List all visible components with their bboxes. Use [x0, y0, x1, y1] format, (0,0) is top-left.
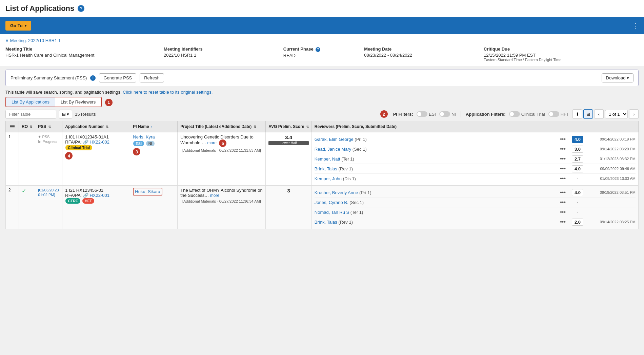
meeting-phase-col: Current Phase ? READ — [283, 46, 361, 62]
more-link-1[interactable]: more — [207, 141, 217, 145]
reset-table-link[interactable]: Click here to reset table to its origina… — [123, 90, 213, 95]
project-title-2: The Effect of OHMY Alcohol Syndrome on t… — [178, 186, 266, 229]
reviewer-row: Brink, Talas (Rev 1) ••• 2.0 09/14/2022 … — [315, 217, 636, 227]
reviewer-name[interactable]: Krucher, Beverly Anne (Pri 1) — [315, 190, 557, 195]
meeting-title-value: HSR-1 Health Care and Clinical Managemen… — [5, 53, 160, 58]
column-toggle-button[interactable]: ⊞ ▾ — [59, 110, 72, 119]
menu-icon[interactable] — [8, 124, 16, 130]
reviewer-name[interactable]: Brink, Talas (Rev 1) — [315, 166, 557, 171]
meeting-identifiers-col: Meeting Identifiers 2022/10 HSR1 1 — [164, 46, 280, 62]
hft-filter-toggle[interactable]: HFT — [548, 111, 569, 117]
annotation-2: 2 — [380, 110, 388, 118]
reviewer-dots-button[interactable]: ••• — [559, 135, 567, 143]
row-num-2: 2 — [6, 186, 19, 229]
page-help-icon[interactable]: ? — [78, 5, 84, 12]
reviewer-dots-button[interactable]: ••• — [559, 145, 567, 153]
lower-half-badge-1: Lower Half — [268, 141, 309, 145]
rfa-link-2[interactable]: 🔗 HX22-001 — [83, 193, 109, 198]
reviewer-score: 4.0 — [572, 136, 583, 143]
generate-pss-button[interactable]: Generate PSS — [99, 73, 136, 82]
meeting-toggle[interactable]: ∨ Meeting: 2022/10 HSR1 1 — [5, 38, 639, 43]
prev-page-button[interactable]: ‹ — [594, 109, 604, 119]
reviewer-date: 09/09/2022 09:49 AM — [588, 167, 636, 171]
th-project-title: Project Title (Latest eAdditions Date) ⇅ — [178, 121, 266, 132]
reviewer-score: 4.0 — [572, 165, 583, 172]
filter-table-input[interactable] — [5, 110, 56, 119]
reviewer-name[interactable]: Kemper, John (Dis 1) — [315, 176, 557, 181]
reviewer-name[interactable]: Jones, Cyrano B. (Sec 1) — [315, 200, 557, 205]
results-count: 15 Results — [75, 112, 96, 117]
clinical-trial-filter-toggle[interactable]: Clinical Trial — [509, 111, 545, 117]
reviewer-score: 2.7 — [572, 155, 583, 163]
filter-bar-left: ⊞ ▾ 15 Results — [5, 110, 96, 119]
pss-help-icon[interactable]: i — [90, 75, 96, 81]
table-settings-note: This table will save search, sorting, an… — [5, 90, 639, 95]
app-filters-label: Application Filters: — [466, 112, 506, 117]
reviewer-name[interactable]: Nomad, Tan Ru S (Ter 1) — [315, 210, 557, 215]
reviewer-row: Garak, Elim George (Pri 1) ••• 4.0 09/14… — [315, 134, 636, 144]
page-select[interactable]: 1 of 1 — [605, 110, 628, 118]
pi-link-2[interactable]: Huku, Sikara — [135, 189, 160, 194]
reviewer-date: 09/14/2022 03:19 PM — [588, 137, 636, 141]
pss-1: ✦ PSSIn-Progress — [35, 132, 62, 186]
next-page-button[interactable]: › — [629, 109, 639, 119]
refresh-button[interactable]: Refresh — [140, 73, 164, 82]
row-num-1: 1 — [6, 132, 19, 186]
meeting-identifiers-value: 2022/10 HSR1 1 — [164, 53, 280, 58]
export-icon-button[interactable]: ⬇ — [572, 109, 582, 119]
th-pi-name: PI Name ↑ — [130, 121, 178, 132]
right-controls: 2 PI Filters: ESI NI Application Filters… — [380, 109, 639, 119]
reviewer-dots-button[interactable]: ••• — [559, 175, 567, 182]
meeting-title-col: Meeting Title HSR-1 Health Care and Clin… — [5, 46, 160, 62]
additional-materials-2: [Additional Materials - 06/27/2022 11:36… — [180, 199, 263, 203]
th-application-number: Application Number ⇅ — [62, 121, 130, 132]
pi-link-1[interactable]: Neris, Kyra — [133, 134, 155, 139]
rfa-link-1[interactable]: 🔗 HX22-002 — [83, 139, 109, 145]
reviewer-dots-button[interactable]: ••• — [559, 218, 567, 226]
table-row: 1 ✦ PSSIn-Progress 1 I01 HX012345-01A1 R… — [6, 132, 639, 186]
ni-filter-toggle[interactable]: NI — [439, 111, 456, 117]
reviewer-name[interactable]: Brink, Talas (Rev 1) — [315, 220, 557, 225]
avg-score-1: 3.4 Lower Half — [266, 132, 312, 186]
th-avg-score: AVG Prelim. Score ⇅ — [266, 121, 312, 132]
pss-date-link-2[interactable]: [01/03/20 23 01:02 PM] — [38, 188, 59, 197]
table-row: 2 ✓ [01/03/20 23 01:02 PM] 1 I21 HX12345… — [6, 186, 639, 229]
reviewer-score: 2.0 — [572, 219, 583, 226]
grid-view-button[interactable]: ⊞ — [583, 109, 593, 119]
reviewer-name[interactable]: Kemper, Natt (Ter 1) — [315, 156, 557, 162]
page-title: List of Applications — [5, 4, 74, 13]
meeting-title-label: Meeting Title — [5, 46, 160, 52]
toolbar-dots-icon[interactable]: ⋮ — [632, 22, 639, 30]
reviewer-score: - — [577, 200, 579, 205]
tab-list-by-applications[interactable]: List By Applications — [6, 97, 55, 107]
reviewer-dots-button[interactable]: ••• — [559, 208, 567, 216]
meeting-section: ∨ Meeting: 2022/10 HSR1 1 Meeting Title … — [0, 34, 644, 66]
reviewer-dots-button[interactable]: ••• — [559, 155, 567, 163]
reviewer-row: Jones, Cyrano B. (Sec 1) ••• - — [315, 198, 636, 207]
meeting-critique-value: 12/15/2022 11:59 PM EST — [484, 53, 639, 58]
badge-ni-1: NI — [146, 141, 155, 146]
download-button[interactable]: Download ▾ — [602, 73, 633, 82]
ro-2: ✓ — [19, 186, 35, 229]
badge-clinical-trial-1: Clinical Trial — [65, 145, 92, 150]
annotation-3: 3 — [133, 148, 140, 155]
project-title-1: Uncovering Genetic Disorders Due to Worm… — [178, 132, 266, 186]
phase-help-icon[interactable]: ? — [316, 47, 320, 52]
meeting-toggle-label: Meeting: 2022/10 HSR1 1 — [10, 38, 61, 43]
reviewer-name[interactable]: Garak, Elim George (Pri 1) — [315, 137, 557, 142]
annotation-4: 4 — [65, 152, 73, 160]
reviewer-dots-button[interactable]: ••• — [559, 165, 567, 172]
reviewer-name[interactable]: Read, Janice Mary (Sec 1) — [315, 147, 557, 152]
reviewer-dots-button[interactable]: ••• — [559, 189, 567, 196]
esi-filter-toggle[interactable]: ESI — [417, 111, 436, 117]
reviewer-date: 01/09/2023 10:03 AM — [588, 176, 636, 181]
more-link-2[interactable]: more — [210, 193, 219, 198]
meeting-phase-value: READ — [283, 53, 361, 58]
pss-bar: Preliminary Summary Statement (PSS) i Ge… — [5, 70, 639, 86]
tab-list-by-reviewers[interactable]: List By Reviewers — [55, 97, 101, 107]
reviewer-date: 09/14/2022 03:20 PM — [588, 147, 636, 151]
reviewer-dots-button[interactable]: ••• — [559, 199, 567, 206]
additional-materials-1: [Additional Materials - 06/27/2022 11:31… — [180, 148, 263, 152]
reviewer-row: Nomad, Tan Ru S (Ter 1) ••• - — [315, 207, 636, 217]
goto-button[interactable]: Go To ▾ — [5, 21, 31, 31]
